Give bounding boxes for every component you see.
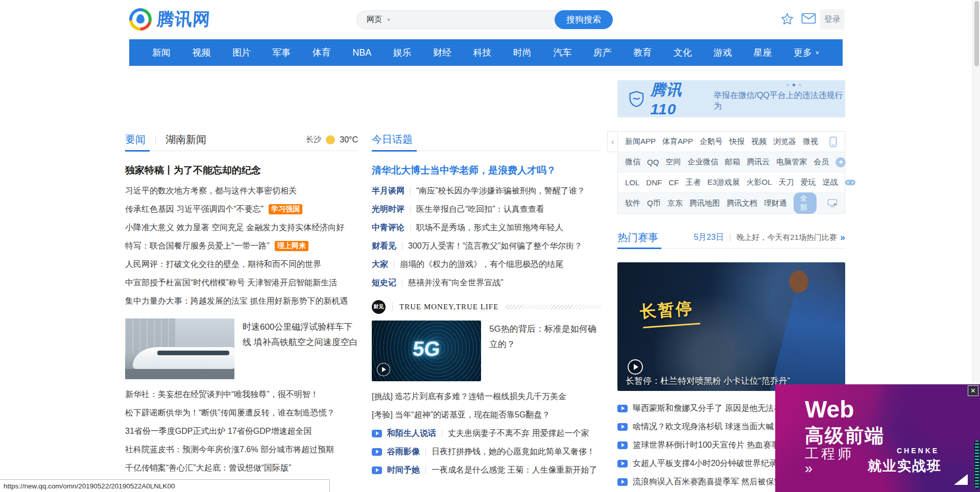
video-topic-item[interactable]: 时间予她一夜成名是什么感觉 王菊：人生像重新开始了 bbox=[372, 461, 602, 479]
nav-item-house[interactable]: 房产 bbox=[593, 46, 612, 59]
news-item[interactable]: 人民网评：打破文化交往的壁垒，期待和而不同的世界 bbox=[125, 255, 358, 274]
mail-icon[interactable] bbox=[801, 12, 816, 24]
nav-item-games[interactable]: 游戏 bbox=[713, 46, 732, 59]
news-item[interactable]: 集中力量办大事：跨越发展的法宝 抓住用好新形势下的新机遇 bbox=[125, 292, 358, 310]
video-topic-item[interactable]: 谷雨影像日夜打拼挣钱，她的心愿竟如此简单又奢侈！ bbox=[372, 442, 602, 461]
quick-link[interactable]: 天刀 bbox=[779, 178, 794, 187]
topic-lead-headline[interactable]: 清华北大博士当中学老师，是浪费人才吗？ bbox=[372, 164, 602, 177]
quick-link[interactable]: 快报 bbox=[729, 137, 745, 146]
tab-hunan-news[interactable]: 湖南新闻 bbox=[165, 133, 206, 146]
quick-link[interactable]: 爱玩 bbox=[801, 178, 816, 187]
lead-headline[interactable]: 独家特稿丨为了不能忘却的纪念 bbox=[125, 164, 358, 177]
nav-item-tech[interactable]: 科技 bbox=[473, 46, 492, 59]
quick-link[interactable]: 火影OL bbox=[747, 178, 772, 187]
nav-item-auto[interactable]: 汽车 bbox=[553, 46, 571, 59]
nav-item-culture[interactable]: 文化 bbox=[674, 46, 692, 59]
quick-link[interactable]: 新闻APP bbox=[625, 137, 656, 146]
hot-matches-title[interactable]: 热门赛事 bbox=[617, 231, 658, 244]
topic-item[interactable]: 光明时评医生举报自己“吃回扣”：认真查查看 bbox=[372, 200, 602, 218]
nav-item-ent[interactable]: 娱乐 bbox=[393, 46, 412, 59]
quick-link[interactable]: 视频 bbox=[751, 137, 767, 146]
topic-item[interactable]: 中青评论职场不是秀场，形式主义加班拖垮年轻人 bbox=[372, 218, 602, 237]
topic-item[interactable]: 半月谈网“南应”校长因办学涉嫌诈骗被刑拘，警醒了谁？ bbox=[372, 182, 602, 200]
collapse-left-icon[interactable]: ‹ bbox=[607, 131, 618, 152]
quick-link[interactable]: 腾讯云 bbox=[747, 157, 770, 167]
news-item[interactable]: 特写：联合国餐厅服务员爱上“一带一路”理上网来 bbox=[125, 237, 358, 255]
nav-item-news[interactable]: 新闻 bbox=[152, 46, 171, 59]
close-icon[interactable]: ✕ bbox=[968, 385, 978, 396]
quick-link[interactable]: 企鹅号 bbox=[700, 137, 723, 146]
nav-item-pictures[interactable]: 图片 bbox=[232, 46, 251, 59]
tencent110-banner[interactable]: 腾讯110 举报在微信/QQ平台上的违法违规行为 bbox=[617, 80, 845, 117]
news-item[interactable]: 千亿传销案“善心汇”大起底：曾设想做“国际版” bbox=[125, 459, 358, 477]
news-item[interactable]: 习近平的数次地方考察，都与这件大事密切相关 bbox=[125, 182, 358, 200]
quick-link[interactable]: 浏览器 bbox=[773, 137, 796, 146]
fiveg-story[interactable]: 5G 5G热的背后：标准是如何确立的？ bbox=[372, 321, 602, 381]
search-button[interactable]: 搜狗搜索 bbox=[555, 10, 613, 29]
quick-link[interactable]: 体育APP bbox=[662, 137, 693, 146]
nav-item-nba[interactable]: NBA bbox=[352, 47, 371, 58]
carousel-dot[interactable] bbox=[799, 84, 801, 86]
quick-link[interactable]: QQ bbox=[647, 158, 659, 166]
quick-link[interactable]: 电脑管家 bbox=[776, 157, 807, 167]
site-logo[interactable]: 腾讯网 bbox=[129, 8, 210, 31]
quick-link[interactable]: 企业微信 bbox=[687, 157, 718, 167]
news-item[interactable]: 中宣部授予杜富国“时代楷模”称号 天津智港开启智能新生活 bbox=[125, 274, 358, 292]
quick-link[interactable]: 会员 bbox=[814, 157, 829, 167]
topic-item[interactable]: 大家崩塌的《权力的游戏》，有个细思极恐的结尾 bbox=[372, 255, 602, 274]
news-item[interactable]: 新华社：美妄想在经贸谈判中“唯我独尊”，很不明智！ bbox=[125, 385, 358, 404]
favorite-star-icon[interactable]: z bbox=[780, 12, 794, 26]
quick-link[interactable]: 京东 bbox=[667, 199, 683, 208]
nav-item-fashion[interactable]: 时尚 bbox=[513, 46, 532, 59]
tab-headlines[interactable]: 要闻 bbox=[125, 133, 146, 146]
quick-link[interactable]: 微信 bbox=[625, 157, 640, 167]
news-item[interactable]: 31省份一季度GDP正式出炉 17省份GDP增速超全国 bbox=[125, 422, 358, 440]
nav-item-video[interactable]: 视频 bbox=[192, 46, 210, 59]
scrollbar-thumb[interactable] bbox=[974, 1, 979, 66]
maglev-train-story[interactable]: 时速600公里磁浮试验样车下线 填补高铁航空之间速度空白 bbox=[125, 318, 358, 379]
news-item[interactable]: 传承红色基因 习近平强调四个“不要忘”学习强国 bbox=[125, 200, 358, 218]
nav-item-military[interactable]: 军事 bbox=[272, 46, 291, 59]
quick-link[interactable]: 空间 bbox=[665, 157, 681, 167]
news-item[interactable]: 小降准大意义 效力显著 空间充足 金融发力支持实体经济向好 bbox=[125, 218, 358, 237]
web-course-ad[interactable]: Web 高级前端 工程师 » CHENKE 就业实战班 ✕ bbox=[775, 384, 980, 492]
sports-video-card[interactable]: 长暂停 长暂停：杜兰特对喷黑粉 小卡让位“范乔丹” bbox=[617, 262, 845, 391]
quick-link[interactable]: E3游戏展 bbox=[707, 178, 739, 187]
quick-link[interactable]: LOL bbox=[625, 178, 639, 187]
more-matches-arrow-icon[interactable]: » bbox=[840, 232, 845, 243]
news-item[interactable]: 社科院蓝皮书：预测今年房价涨7.6% 部分城市将超过预期 bbox=[125, 440, 358, 459]
quick-link[interactable]: 理财通 bbox=[764, 199, 787, 208]
quick-link[interactable]: 软件 bbox=[625, 199, 640, 208]
weather-widget[interactable]: 长沙 30°C bbox=[306, 135, 358, 144]
fiveg-photo: 5G bbox=[372, 321, 481, 381]
video-topic-item[interactable]: 和陌生人说话丈夫患病妻子不离不弃 用爱撑起一个家 bbox=[372, 424, 602, 442]
quick-link[interactable]: 腾讯地图 bbox=[689, 199, 720, 208]
nav-item-edu[interactable]: 教育 bbox=[633, 46, 652, 59]
quick-link[interactable]: CF bbox=[668, 178, 679, 187]
topic-item[interactable]: [考验] 当年“超神”的诺基亚，现在能否靠5G翻盘？ bbox=[372, 406, 602, 424]
topic-item[interactable]: 短史记慈禧并没有“向全世界宣战” bbox=[372, 274, 602, 292]
quick-link[interactable]: 邮箱 bbox=[725, 157, 740, 167]
quick-link[interactable]: 腾讯文档 bbox=[727, 199, 757, 208]
quick-link[interactable]: Q币 bbox=[647, 199, 661, 208]
tab-today-topics[interactable]: 今日话题 bbox=[372, 133, 413, 146]
all-links-button[interactable]: 全部 bbox=[794, 192, 817, 214]
quick-link[interactable]: 王者 bbox=[685, 178, 701, 187]
carousel-dot-active[interactable] bbox=[793, 84, 795, 86]
search-scope-dropdown[interactable]: 网页 ∨ bbox=[357, 11, 397, 29]
topic-item[interactable]: [挑战] 造芯片到底有多难？连错一根线损失几千万美金 bbox=[372, 387, 602, 406]
nav-more-dropdown[interactable]: 更多 ∨ bbox=[794, 46, 820, 59]
quick-link[interactable]: DNF bbox=[646, 178, 662, 187]
quick-link[interactable]: 逆战 bbox=[823, 178, 838, 187]
play-icon[interactable] bbox=[628, 359, 643, 375]
quick-link[interactable]: 微视 bbox=[803, 137, 818, 146]
play-icon[interactable] bbox=[377, 363, 390, 376]
topic-item[interactable]: 财看见300万人受害！“流言教父”如何骗了整个华尔街？ bbox=[372, 237, 602, 255]
carousel-dot[interactable] bbox=[786, 84, 789, 86]
nav-item-astro[interactable]: 星座 bbox=[754, 46, 772, 59]
login-button[interactable]: 登录 bbox=[820, 9, 845, 30]
nav-item-sports[interactable]: 体育 bbox=[313, 46, 331, 59]
news-item[interactable]: 松下辟谣断供华为！“断供”传闻屡遭反转，谁在制造恐慌？ bbox=[125, 404, 358, 422]
match-date: 5月23日 bbox=[694, 232, 724, 243]
nav-item-finance[interactable]: 财经 bbox=[433, 46, 451, 59]
